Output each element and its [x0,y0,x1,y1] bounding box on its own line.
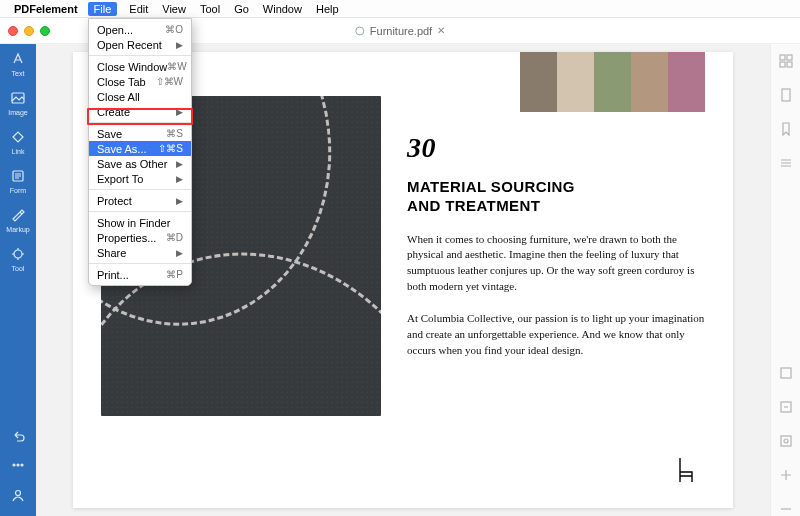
bookmark-icon[interactable] [779,122,793,136]
thumbnails-icon[interactable] [779,54,793,68]
svg-rect-9 [787,55,792,60]
menu-go[interactable]: Go [232,3,251,15]
add-icon[interactable] [779,468,793,482]
menu-separator [89,55,191,56]
menu-help[interactable]: Help [314,3,341,15]
document-tab[interactable]: Furniture.pdf ✕ [355,25,445,37]
menu-export-to[interactable]: Export To▶ [89,171,191,186]
menu-protect[interactable]: Protect▶ [89,193,191,208]
wrench-icon [9,245,27,263]
rail-icon-c[interactable] [779,434,793,448]
menu-close-all[interactable]: Close All [89,89,191,104]
menu-print[interactable]: Print...⌘P [89,267,191,282]
menu-close-window[interactable]: Close Window⌘W [89,59,191,74]
decorative-image-strip [520,52,705,112]
menu-window[interactable]: Window [261,3,304,15]
submenu-arrow-icon: ▶ [176,248,183,258]
submenu-arrow-icon: ▶ [176,159,183,169]
window-zoom-button[interactable] [40,26,50,36]
document-title: Furniture.pdf [370,25,432,37]
svg-point-6 [21,464,23,466]
tool-tool[interactable]: Tool [4,245,32,272]
section-title: MATERIAL SOURCING AND TREATMENT [407,178,705,216]
menu-separator [89,211,191,212]
svg-rect-13 [781,368,791,378]
menu-open[interactable]: Open...⌘O [89,22,191,37]
menu-show-in-finder[interactable]: Show in Finder [89,215,191,230]
document-icon [355,26,365,36]
traffic-lights [8,26,50,36]
svg-rect-8 [780,55,785,60]
markup-tool[interactable]: Markup [4,206,32,233]
link-icon [9,128,27,146]
svg-point-16 [784,439,788,443]
page-panel-icon[interactable] [779,88,793,102]
mac-menubar: PDFelement File Edit View Tool Go Window… [0,0,800,18]
submenu-arrow-icon: ▶ [176,40,183,50]
tab-close-icon[interactable]: ✕ [437,25,445,36]
svg-rect-15 [781,436,791,446]
undo-tool[interactable] [4,426,32,444]
rail-icon-a[interactable] [779,366,793,380]
submenu-arrow-icon: ▶ [176,107,183,117]
menu-save-as-other[interactable]: Save as Other▶ [89,156,191,171]
more-icon [9,456,27,474]
left-sidebar: Text Image Link Form Markup Tool [0,44,36,516]
menu-tool[interactable]: Tool [198,3,222,15]
menu-file[interactable]: File [88,2,118,16]
text-tool[interactable]: Text [4,50,32,77]
body-paragraph: At Columbia Collective, our passion is t… [407,311,705,359]
right-rail [770,44,800,516]
svg-rect-11 [787,62,792,67]
svg-rect-12 [782,89,790,101]
svg-point-7 [16,491,21,496]
window-minimize-button[interactable] [24,26,34,36]
menu-edit[interactable]: Edit [127,3,150,15]
image-tool[interactable]: Image [4,89,32,116]
rail-icon-b[interactable] [779,400,793,414]
undo-icon [9,426,27,444]
submenu-arrow-icon: ▶ [176,196,183,206]
menu-separator [89,263,191,264]
svg-point-5 [17,464,19,466]
menu-open-recent[interactable]: Open Recent▶ [89,37,191,52]
minus-icon[interactable] [779,502,793,516]
user-icon [9,486,27,504]
svg-rect-10 [780,62,785,67]
menu-separator [89,122,191,123]
text-icon [9,50,27,68]
form-tool[interactable]: Form [4,167,32,194]
menu-create[interactable]: Create▶ [89,104,191,119]
submenu-arrow-icon: ▶ [176,174,183,184]
outline-panel-icon[interactable] [779,156,793,170]
menu-separator [89,189,191,190]
image-icon [9,89,27,107]
more-tool[interactable] [4,456,32,474]
form-icon [9,167,27,185]
markup-icon [9,206,27,224]
svg-point-0 [356,27,364,35]
menu-close-tab[interactable]: Close Tab⇧⌘W [89,74,191,89]
svg-point-4 [13,464,15,466]
svg-point-3 [14,250,22,258]
app-name[interactable]: PDFelement [14,3,78,15]
menu-save[interactable]: Save⌘S [89,126,191,141]
menu-share[interactable]: Share▶ [89,245,191,260]
body-paragraph: When it comes to choosing furniture, we'… [407,232,705,296]
file-dropdown-menu: Open...⌘O Open Recent▶ Close Window⌘W Cl… [88,18,192,286]
user-tool[interactable] [4,486,32,504]
menu-view[interactable]: View [160,3,188,15]
menu-properties[interactable]: Properties...⌘D [89,230,191,245]
link-tool[interactable]: Link [4,128,32,155]
menu-save-as[interactable]: Save As...⇧⌘S [89,141,191,156]
window-close-button[interactable] [8,26,18,36]
chair-icon [675,456,697,488]
section-number: 30 [407,132,705,164]
